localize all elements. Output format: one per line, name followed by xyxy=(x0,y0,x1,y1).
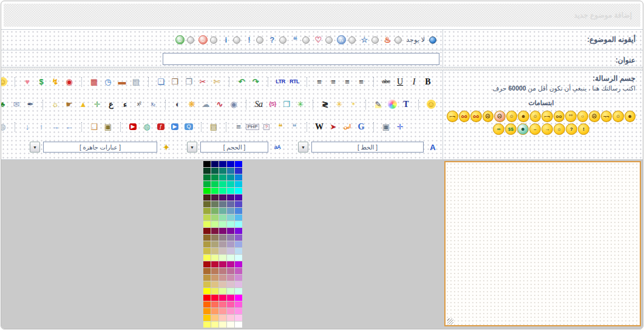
topic-icon-radio[interactable] xyxy=(348,36,356,44)
php-icon[interactable]: PHP xyxy=(246,121,259,133)
color-swatch-20-4[interactable] xyxy=(203,295,211,301)
color-swatch-2-2[interactable] xyxy=(219,174,226,180)
color-swatch-17-2[interactable] xyxy=(219,275,226,281)
ordered-list-icon[interactable]: ≡ xyxy=(232,121,245,133)
color-swatch-14-1[interactable] xyxy=(227,255,234,261)
topic-icon-info[interactable]: i xyxy=(221,35,231,45)
storm-icon[interactable]: ☁ xyxy=(200,98,212,111)
color-swatch-19-3[interactable] xyxy=(211,288,219,294)
align-left-icon[interactable]: ≡ xyxy=(341,76,353,88)
topic-icon-cool[interactable]: ∴ xyxy=(336,35,346,45)
color-swatch-5-2[interactable] xyxy=(219,194,226,201)
size-select[interactable]: [ الحجم ] xyxy=(200,142,268,153)
color-swatch-8-0[interactable] xyxy=(235,215,242,221)
ltr-icon[interactable]: LTR xyxy=(274,76,286,88)
smiley-indifferent[interactable]: – xyxy=(529,123,541,135)
smiley-exclamation[interactable]: ! xyxy=(578,123,589,135)
color-swatch-8-3[interactable] xyxy=(211,215,219,221)
color-swatch-16-4[interactable] xyxy=(203,268,211,274)
smiley-biggrin[interactable]: ☻ xyxy=(625,111,636,122)
color-swatch-20-2[interactable] xyxy=(219,295,226,301)
smiley-shocked[interactable]: ○ xyxy=(577,111,589,122)
undo-icon[interactable]: ↶ xyxy=(236,76,248,88)
color-swatch-13-3[interactable] xyxy=(211,248,219,254)
underline-icon[interactable]: U xyxy=(394,76,406,88)
topic-icon-radio[interactable] xyxy=(325,36,333,44)
color-swatch-6-1[interactable] xyxy=(227,201,234,207)
title-input[interactable] xyxy=(163,53,439,65)
smiley-mad[interactable]: ☹ xyxy=(494,111,506,122)
color-swatch-10-4[interactable] xyxy=(203,228,211,234)
color-swatch-2-1[interactable] xyxy=(227,174,234,180)
color-swatch-1-4[interactable] xyxy=(203,168,211,174)
smiley-arrow[interactable]: → xyxy=(541,123,553,135)
color-swatch-23-1[interactable] xyxy=(227,315,234,321)
color-swatch-5-4[interactable] xyxy=(203,194,211,201)
color-swatch-15-0[interactable] xyxy=(235,261,242,267)
color-swatch-24-2[interactable] xyxy=(219,321,226,328)
color-swatch-12-2[interactable] xyxy=(219,241,226,247)
color-swatch-11-2[interactable] xyxy=(219,235,226,241)
subscript-icon[interactable]: x₂ xyxy=(147,98,159,111)
color-swatch-19-2[interactable] xyxy=(219,288,226,294)
color-swatch-20-3[interactable] xyxy=(211,295,219,301)
color-swatch-20-0[interactable] xyxy=(235,295,242,301)
new-page-icon[interactable]: ❏ xyxy=(155,76,167,88)
smiley-devil2[interactable]: òó xyxy=(470,111,482,122)
topic-icon-radio[interactable] xyxy=(233,36,240,44)
color-swatch-7-2[interactable] xyxy=(219,208,226,214)
color-swatch-24-3[interactable] xyxy=(211,321,219,328)
color-swatch-7-3[interactable] xyxy=(211,208,219,214)
color-swatch-22-4[interactable] xyxy=(203,308,211,314)
color-ball-icon[interactable] xyxy=(386,98,398,111)
color-swatch-11-4[interactable] xyxy=(203,235,211,241)
color-swatch-19-4[interactable] xyxy=(203,288,211,294)
topic-icon-question[interactable]: ? xyxy=(267,35,277,45)
color-swatch-17-0[interactable] xyxy=(235,275,242,281)
topic-icon-radio[interactable] xyxy=(210,36,217,44)
color-swatch-11-3[interactable] xyxy=(211,235,219,241)
color-swatch-4-1[interactable] xyxy=(227,188,234,194)
topic-icon-star[interactable]: ☆ xyxy=(359,35,369,45)
cut-icon[interactable]: ✂ xyxy=(197,76,209,88)
zigzag-icon[interactable]: ≷ xyxy=(319,98,331,111)
color-swatch-9-1[interactable] xyxy=(227,221,234,227)
color-swatch-18-3[interactable] xyxy=(211,281,219,287)
highlight-icon[interactable]: ✎ xyxy=(372,98,384,111)
color-swatch-0-0[interactable] xyxy=(235,161,242,167)
dollar-icon[interactable]: $ xyxy=(35,76,47,88)
color-swatch-7-0[interactable] xyxy=(235,208,242,214)
smiley-cool[interactable]: ⌐¬ xyxy=(447,111,458,122)
color-swatch-10-1[interactable] xyxy=(227,228,234,234)
box-icon[interactable]: ❒ xyxy=(280,98,293,111)
smiley-laugh[interactable]: ☺ xyxy=(530,111,541,122)
color-swatch-22-3[interactable] xyxy=(211,308,219,314)
color-swatch-21-2[interactable] xyxy=(219,301,226,308)
color-swatch-1-3[interactable] xyxy=(211,168,219,174)
calendar-icon[interactable]: ▦ xyxy=(88,76,100,88)
color-swatch-18-2[interactable] xyxy=(219,281,226,287)
warning-panel-icon[interactable]: ▲ xyxy=(77,98,89,111)
color-swatch-16-1[interactable] xyxy=(227,268,234,274)
color-swatch-23-2[interactable] xyxy=(219,315,226,321)
size-select-arrow-icon[interactable]: ▼ xyxy=(187,142,197,153)
color-swatch-1-0[interactable] xyxy=(235,168,242,174)
color-swatch-3-4[interactable] xyxy=(203,181,211,187)
phrases-select-arrow-icon[interactable]: ▼ xyxy=(30,142,40,153)
wand-icon[interactable]: ✦ xyxy=(160,141,172,153)
color-swatch-1-1[interactable] xyxy=(227,168,234,174)
color-swatch-17-4[interactable] xyxy=(203,275,211,281)
color-swatch-3-1[interactable] xyxy=(227,181,234,187)
color-swatch-10-3[interactable] xyxy=(211,228,219,234)
color-swatch-24-0[interactable] xyxy=(235,321,242,328)
color-swatch-8-4[interactable] xyxy=(203,215,211,221)
attach-icon[interactable]: ✒ xyxy=(24,98,36,111)
color-swatch-5-3[interactable] xyxy=(211,194,219,201)
color-swatch-4-3[interactable] xyxy=(211,188,219,194)
color-swatch-18-4[interactable] xyxy=(203,281,211,287)
color-swatch-6-4[interactable] xyxy=(203,201,211,207)
color-swatch-13-4[interactable] xyxy=(203,248,211,254)
color-swatch-0-2[interactable] xyxy=(219,161,226,167)
color-swatch-20-1[interactable] xyxy=(227,295,234,301)
color-swatch-4-2[interactable] xyxy=(219,188,226,194)
